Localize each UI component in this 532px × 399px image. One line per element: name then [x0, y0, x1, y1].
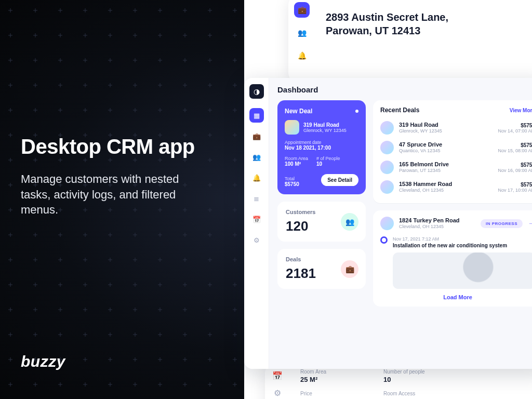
price-label: Price [300, 391, 363, 396]
deal-row[interactable]: 319 Haul RoadGlenrock, WY 12345$5750Nov … [380, 118, 532, 138]
timeline-dot-icon [380, 236, 388, 244]
list-icon[interactable]: ≣ [249, 191, 264, 206]
new-deal-card: New Deal 319 Haul Road Glenrock, WY 1234… [277, 100, 366, 194]
dashboard-window: ◑ ▦ 💼 👥 🔔 ≣ 📅 ⚙ Dashboard New Deal [244, 78, 532, 369]
deals-icon: 💼 [341, 260, 358, 278]
recent-deals-panel: Recent Deals View More 319 Haul RoadGlen… [373, 100, 532, 203]
deal-thumbnail [380, 180, 394, 194]
calendar-icon[interactable]: 📅 [249, 212, 264, 227]
deal-row[interactable]: 47 Spruce DriveQuantico, VA 12345$5750No… [380, 138, 532, 157]
people-value: 10 [316, 161, 340, 167]
deal-city: Cleveland, OH 12345 [399, 188, 493, 193]
deal-amount: $5750 [498, 182, 532, 188]
status-badge: IN PROGRESS [481, 219, 523, 228]
people-count-label: Number of people [383, 369, 467, 375]
deal-address: 47 Spruce Drive [399, 142, 493, 148]
briefcase-icon[interactable]: 💼 [294, 2, 310, 18]
deal-address: 1538 Hammer Road [399, 181, 493, 188]
deal-amount: $5750 [498, 142, 532, 148]
detail-card-peek-bottom: 📅 ⚙ Room Area 25 M² Price $6000 Number o… [265, 364, 532, 399]
deal-time: Nov 17, 10:00 AM [498, 188, 532, 193]
peek-sidebar: 💼 👥 🔔 [288, 0, 315, 83]
gear-icon[interactable]: ⚙ [274, 388, 281, 398]
progress-address: 1824 Turkey Pen Road [399, 218, 475, 224]
deal-city: Quantico, VA 12345 [399, 148, 493, 153]
room-area-label: Room Area [300, 369, 363, 375]
customers-icon: 👥 [341, 213, 358, 231]
bell-icon[interactable]: 🔔 [249, 170, 264, 185]
detail-address-line1: 2893 Austin Secret Lane, [326, 10, 448, 24]
deal-row[interactable]: 1538 Hammer RoadCleveland, OH 12345$5750… [380, 177, 532, 197]
deal-amount: $5750 [498, 123, 532, 128]
detail-card-peek: 💼 👥 🔔 2893 Austin Secret Lane, Parowan, … [288, 0, 532, 83]
status-dot-icon [355, 110, 358, 113]
gear-icon[interactable]: ⚙ [249, 233, 264, 247]
briefcase-icon[interactable]: 💼 [249, 129, 264, 143]
brand-logo: buzzy [21, 353, 65, 370]
activity-text: Installation of the new air conditioning… [393, 243, 507, 248]
appointment-label: Appointment date [285, 140, 358, 145]
dashboard-icon[interactable]: ▦ [249, 108, 264, 123]
calendar-icon[interactable]: 📅 [272, 371, 283, 381]
new-deal-address: 319 Haul Road [303, 122, 347, 128]
people-label: # of People [316, 156, 340, 161]
promo-panel: Desktop CRM app Manage customers with ne… [0, 0, 244, 399]
room-area-value: 25 M² [300, 376, 363, 383]
total-value: $5750 [285, 181, 299, 187]
appointment-value: Nov 18 2021, 17:00 [285, 145, 358, 151]
bell-icon[interactable]: 🔔 [294, 48, 310, 63]
app-logo-icon[interactable]: ◑ [249, 84, 264, 99]
room-area-value: 100 M² [285, 161, 308, 167]
load-more-button[interactable]: Load More [380, 294, 532, 300]
in-progress-card: 1824 Turkey Pen Road Cleveland, OH 12345… [373, 210, 532, 307]
sidebar: ◑ ▦ 💼 👥 🔔 ≣ 📅 ⚙ [244, 78, 269, 369]
deal-thumbnail [380, 141, 394, 154]
page-title: Dashboard [277, 85, 532, 94]
arrow-right-icon[interactable]: → [528, 219, 532, 228]
new-deal-heading: New Deal [285, 108, 312, 115]
new-deal-city: Glenrock, WY 12345 [303, 128, 347, 133]
room-area-label: Room Area [285, 156, 308, 161]
promo-subtitle: Manage customers with nested tasks, acti… [21, 171, 197, 218]
deal-city: Glenrock, WY 12345 [399, 128, 493, 134]
recent-deals-title: Recent Deals [380, 107, 419, 114]
deal-city: Parowan, UT 12345 [399, 168, 493, 173]
users-icon[interactable]: 👥 [249, 150, 264, 164]
deal-address: 319 Haul Road [399, 122, 493, 128]
room-access-label: Room Access [383, 391, 467, 396]
see-detail-button[interactable]: See Detail [321, 174, 358, 186]
deal-thumbnail [380, 121, 394, 135]
activity-time: Nov 17, 2021 7:12 AM [393, 236, 507, 242]
total-label: Total [285, 176, 299, 181]
deal-address: 165 Belmont Drive [399, 162, 493, 168]
deal-time: Nov 15, 08:00 AM [498, 148, 532, 153]
deal-amount: $5750 [498, 162, 532, 168]
deal-thumbnail [285, 120, 299, 135]
users-icon[interactable]: 👥 [294, 25, 310, 41]
promo-title: Desktop CRM app [21, 135, 195, 158]
view-more-link[interactable]: View More [510, 108, 532, 113]
customers-card[interactable]: Customers 120 👥 [277, 202, 366, 242]
deals-card[interactable]: Deals 2181 💼 [277, 249, 366, 289]
people-count-value: 10 [383, 376, 467, 383]
deal-thumbnail [380, 161, 394, 174]
deal-time: Nov 16, 09:00 AM [498, 168, 532, 173]
deal-row[interactable]: 165 Belmont DriveParowan, UT 12345$5750N… [380, 157, 532, 177]
detail-address-line2: Parowan, UT 12413 [326, 24, 448, 37]
deal-time: Nov 14, 07:00 AM [498, 128, 532, 134]
dashboard-content: Dashboard New Deal 319 Haul Road Glenroc… [269, 78, 532, 369]
activity-image [393, 252, 532, 289]
progress-thumbnail [380, 217, 394, 230]
peek2-sidebar: 📅 ⚙ [265, 364, 290, 399]
progress-city: Cleveland, OH 12345 [399, 224, 475, 229]
